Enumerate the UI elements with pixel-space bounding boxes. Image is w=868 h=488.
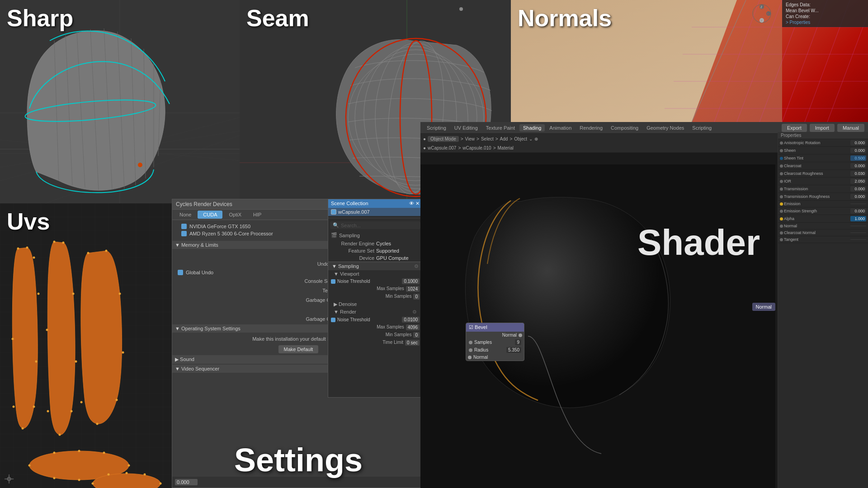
prop-dot-7 bbox=[780, 188, 783, 191]
svg-text:X: X bbox=[767, 12, 769, 15]
sampling-header[interactable]: ▼ Sampling ⚙ bbox=[328, 262, 422, 270]
render-header[interactable]: ▼ Render ⚙ bbox=[328, 308, 422, 316]
tab-scripting-1[interactable]: Scripting bbox=[423, 124, 450, 131]
tab-none[interactable]: None bbox=[174, 211, 197, 219]
tab-geometry-nodes[interactable]: Geometry Nodes bbox=[643, 124, 688, 131]
prop-val-6[interactable]: 2.050 bbox=[850, 178, 866, 184]
prop-dot-13 bbox=[780, 231, 783, 235]
svg-point-70 bbox=[119, 293, 121, 295]
time-limit-row: Time Limit 0 sec bbox=[328, 339, 422, 347]
min-samples-1-value[interactable]: 0 bbox=[413, 294, 420, 300]
bevel-radius-socket[interactable] bbox=[469, 348, 472, 352]
svg-point-87 bbox=[108, 474, 110, 476]
manual-button[interactable]: Manual bbox=[837, 124, 864, 132]
svg-text:Mean Bevel W...: Mean Bevel W... bbox=[786, 8, 819, 13]
tab-compositing[interactable]: Compositing bbox=[607, 124, 642, 131]
tab-optix[interactable]: OptiX bbox=[223, 211, 247, 219]
prop-transmission-roughness: Transmission Roughness 0.000 bbox=[778, 193, 868, 201]
wcapsule-label: wCapsule.007 bbox=[338, 209, 370, 215]
tab-scripting-2[interactable]: Scripting bbox=[689, 124, 715, 131]
svg-point-78 bbox=[53, 452, 56, 454]
scene-search-input[interactable]: 🔍 Search... bbox=[330, 221, 420, 229]
bevel-samples-value[interactable]: 9 bbox=[515, 339, 521, 345]
import-button[interactable]: Import bbox=[810, 124, 835, 132]
svg-point-52 bbox=[26, 247, 28, 249]
amd-label: AMD Ryzen 5 3600 6-Core Processor bbox=[189, 231, 273, 236]
scene-content: Scene Collection 👁 ✕ wCapsule.007 🔍 Sear… bbox=[328, 199, 422, 397]
noise-threshold-2-value[interactable]: 0.0100 bbox=[402, 317, 420, 323]
prop-val-8[interactable]: 0.000 bbox=[850, 194, 866, 199]
max-samples-2-label: Max Samples bbox=[331, 324, 404, 330]
scene-panel: Scene Collection 👁 ✕ wCapsule.007 🔍 Sear… bbox=[328, 199, 423, 398]
max-samples-2-value[interactable]: 4096 bbox=[406, 324, 420, 330]
scene-item-wcapsule[interactable]: wCapsule.007 bbox=[328, 208, 422, 216]
svg-point-23 bbox=[459, 7, 463, 11]
noise-threshold-1-checkbox[interactable] bbox=[331, 279, 335, 284]
path-item-1: wCapsule.007 bbox=[428, 145, 456, 150]
shader-3d-viewport: Shader ☑ Bevel Normal Samples 9 Radius bbox=[420, 164, 775, 488]
prop-val-2[interactable]: 0.000 bbox=[850, 148, 866, 153]
bevel-bottom-socket[interactable] bbox=[468, 356, 472, 359]
prop-dot-5 bbox=[780, 172, 783, 175]
bevel-samples-row: Samples 9 bbox=[466, 338, 524, 346]
max-samples-1-value[interactable]: 1024 bbox=[406, 286, 420, 292]
tab-shading[interactable]: Shading bbox=[519, 124, 545, 131]
scene-dropdown-icon: 🎬 bbox=[331, 232, 337, 238]
bevel-node-header: ☑ Bevel bbox=[466, 323, 524, 332]
tab-animation[interactable]: Animation bbox=[546, 124, 575, 131]
bottom-number-input[interactable]: 0.000 bbox=[175, 479, 198, 485]
bevel-node: ☑ Bevel Normal Samples 9 Radius 5.350 bbox=[466, 323, 524, 361]
prop-val-12 bbox=[850, 225, 866, 226]
settings-title: Cycles Render Devices bbox=[176, 201, 232, 207]
tab-rendering[interactable]: Rendering bbox=[576, 124, 606, 131]
nvidia-checkbox[interactable] bbox=[181, 224, 187, 229]
prop-val-10[interactable]: 0.000 bbox=[850, 208, 866, 214]
bevel-radius-value[interactable]: 5.350 bbox=[506, 347, 521, 353]
prop-val-5[interactable]: 0.030 bbox=[850, 171, 866, 176]
tab-texture-paint[interactable]: Texture Paint bbox=[482, 124, 519, 131]
svg-point-79 bbox=[103, 452, 105, 454]
prop-val-3[interactable]: 0.500 bbox=[850, 155, 866, 161]
svg-point-65 bbox=[59, 434, 61, 436]
min-samples-2-value[interactable]: 0 bbox=[413, 332, 420, 338]
props-section-header: Properties bbox=[778, 132, 868, 139]
object-mode-btn[interactable]: Object Mode bbox=[428, 136, 459, 142]
noise-threshold-2-checkbox[interactable] bbox=[331, 318, 335, 322]
prop-sheen-tint: Sheen Tint 0.500 bbox=[778, 155, 868, 162]
denoise-header[interactable]: ▶ Denoise bbox=[328, 300, 422, 308]
svg-point-88 bbox=[144, 474, 146, 476]
prop-val-11[interactable]: 1.000 bbox=[850, 216, 866, 221]
bevel-samples-socket[interactable] bbox=[469, 341, 472, 344]
feature-set-row: Feature Set Supported bbox=[328, 247, 422, 254]
tab-cuda[interactable]: CUDA bbox=[198, 211, 222, 219]
global-undo-checkbox[interactable] bbox=[178, 270, 183, 275]
prop-dot-1 bbox=[780, 141, 783, 145]
wcapsule-checkbox[interactable] bbox=[331, 209, 336, 215]
tab-hip[interactable]: HIP bbox=[248, 211, 267, 219]
prop-val-9 bbox=[850, 203, 866, 204]
svg-text:Can Create:: Can Create: bbox=[786, 14, 810, 19]
amd-checkbox[interactable] bbox=[181, 231, 187, 236]
bevel-normal-label: Normal bbox=[752, 303, 775, 311]
prop-sheen: Sheen 0.000 bbox=[778, 147, 868, 155]
svg-point-58 bbox=[13, 406, 15, 408]
uvs-3d-scene bbox=[0, 203, 172, 488]
noise-threshold-1-value[interactable]: 0.1000 bbox=[402, 278, 420, 284]
time-limit-value[interactable]: 0 sec bbox=[405, 340, 420, 346]
prop-val-4[interactable]: 0.000 bbox=[850, 163, 866, 169]
make-default-button[interactable]: Make Default bbox=[278, 345, 319, 353]
min-samples-1-row: Min Samples 0 bbox=[328, 293, 422, 300]
prop-val-7[interactable]: 0.000 bbox=[850, 186, 866, 192]
device-label: Device bbox=[331, 255, 374, 261]
bevel-top-socket[interactable] bbox=[519, 333, 522, 337]
breadcrumb-object: Object bbox=[514, 136, 527, 141]
export-button[interactable]: Export bbox=[782, 124, 807, 132]
prop-emission: Emission bbox=[778, 201, 868, 207]
panel-sharp: Sharp bbox=[0, 0, 240, 203]
prop-clearcoat-roughness: Clearcoat Roughness 0.030 bbox=[778, 170, 868, 178]
tab-uv-editing[interactable]: UV Editing bbox=[451, 124, 481, 131]
device-row: Device GPU Compute bbox=[328, 254, 422, 262]
svg-point-80 bbox=[53, 477, 56, 479]
svg-point-55 bbox=[35, 361, 38, 363]
prop-val-1[interactable]: 0.000 bbox=[850, 140, 866, 145]
